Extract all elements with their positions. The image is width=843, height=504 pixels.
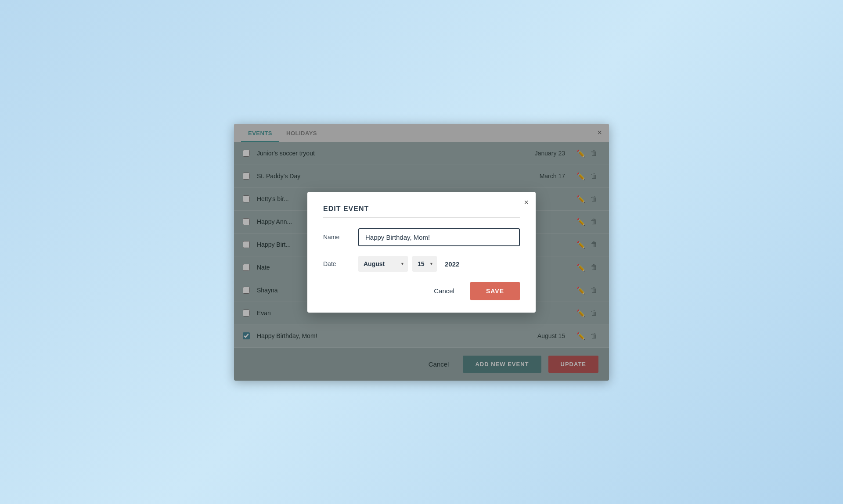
date-field-row: Date January February March April May Ju… [323, 256, 520, 272]
name-field-row: Name [323, 228, 520, 246]
date-controls: January February March April May June Ju… [358, 256, 463, 272]
modal-close-button[interactable]: × [524, 198, 529, 207]
year-display: 2022 [441, 256, 463, 272]
day-select-wrapper: 1234 5678 9101112 13141516 17181920 2122… [412, 256, 437, 272]
modal-cancel-button[interactable]: Cancel [427, 284, 461, 298]
name-input[interactable] [358, 228, 520, 246]
month-select-wrapper: January February March April May June Ju… [358, 256, 408, 272]
date-label: Date [323, 260, 358, 267]
month-select[interactable]: January February March April May June Ju… [358, 256, 408, 272]
modal-actions: Cancel SAVE [323, 282, 520, 300]
name-label: Name [323, 234, 358, 241]
modal-title: EDIT EVENT [323, 205, 520, 213]
modal-divider [323, 217, 520, 218]
modal-save-button[interactable]: SAVE [470, 282, 520, 300]
modal-overlay: × EDIT EVENT Name Date January February … [234, 124, 609, 381]
edit-event-modal: × EDIT EVENT Name Date January February … [307, 192, 536, 313]
day-select[interactable]: 1234 5678 9101112 13141516 17181920 2122… [412, 256, 437, 272]
main-panel: EVENTS HOLIDAYS × Junior's soccer tryout… [234, 124, 609, 381]
